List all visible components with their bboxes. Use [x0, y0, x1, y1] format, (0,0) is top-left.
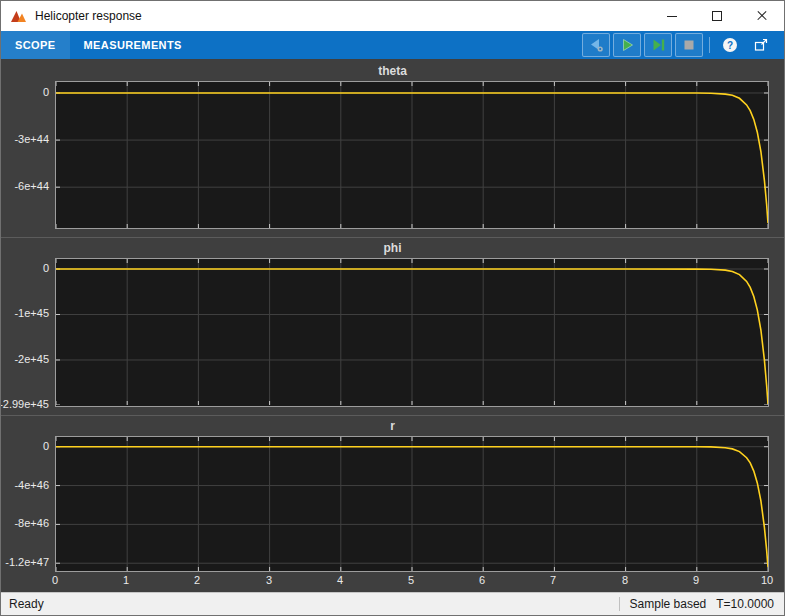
stop-icon: [681, 37, 697, 53]
stop-button[interactable]: [675, 33, 703, 57]
plot-svg: [56, 437, 768, 571]
status-bar: Ready Sample based T=10.0000: [1, 592, 784, 615]
y-tick-label: 0: [43, 86, 49, 98]
x-axis-labels: 012345678910: [55, 574, 769, 589]
status-ready: Ready: [1, 597, 44, 611]
pop-out-icon: [753, 37, 769, 53]
scope-panel-r: r 0-4e+46-8e+46-1.2e+47 012345678910: [1, 415, 784, 592]
tab-measurements[interactable]: MEASUREMENTS: [70, 31, 196, 59]
toolstrip-ribbon: SCOPE MEASUREMENTS: [1, 31, 784, 59]
close-icon: [756, 10, 768, 22]
plot-area-phi[interactable]: [55, 258, 769, 406]
minimize-button[interactable]: [649, 1, 694, 31]
plot-title-phi: phi: [1, 238, 784, 258]
step-back-icon: [588, 37, 604, 53]
status-right: Sample based T=10.0000: [619, 597, 784, 611]
y-tick-label: -6e+44: [14, 180, 49, 192]
y-tick-label: -1.2e+47: [5, 556, 49, 568]
minimize-icon: [667, 16, 677, 17]
help-button[interactable]: ?: [716, 33, 744, 57]
maximize-icon: [712, 11, 722, 21]
maximize-button[interactable]: [694, 1, 739, 31]
status-sim-time: T=10.0000: [716, 597, 774, 611]
plot-svg: [56, 259, 768, 405]
x-tick-label: 5: [408, 574, 414, 586]
x-tick-label: 8: [622, 574, 628, 586]
close-button[interactable]: [739, 1, 784, 31]
y-axis-labels-phi: 0-1e+45-2e+45-2.99e+45: [1, 258, 55, 406]
y-axis-labels-r: 0-4e+46-8e+46-1.2e+47: [1, 436, 55, 572]
y-tick-label: -1e+45: [14, 307, 49, 319]
x-tick-label: 3: [266, 574, 272, 586]
x-tick-label: 4: [337, 574, 343, 586]
title-bar: Helicopter response: [1, 1, 784, 31]
x-tick-label: 10: [761, 574, 773, 586]
y-tick-label: -3e+44: [14, 133, 49, 145]
step-forward-button[interactable]: [644, 33, 672, 57]
help-icon: ?: [722, 37, 738, 53]
status-divider: [619, 597, 620, 611]
window-controls: [649, 1, 784, 31]
x-tick-label: 0: [52, 574, 58, 586]
y-tick-label: -2e+45: [14, 353, 49, 365]
x-tick-label: 2: [194, 574, 200, 586]
toolbar-divider: [709, 37, 710, 53]
scope-panel-phi: phi 0-1e+45-2e+45-2.99e+45: [1, 237, 784, 414]
scope-panel-theta: theta 0-3e+44-6e+44: [1, 61, 784, 237]
matlab-logo-icon: [10, 9, 27, 24]
step-back-button[interactable]: [582, 33, 610, 57]
y-tick-label: 0: [43, 262, 49, 274]
playback-toolbar: ?: [582, 33, 784, 57]
y-tick-label: -8e+46: [14, 517, 49, 529]
pop-out-button[interactable]: [747, 33, 775, 57]
y-tick-label: -2.99e+45: [0, 398, 49, 410]
svg-text:?: ?: [727, 40, 733, 51]
step-forward-icon: [650, 37, 666, 53]
plot-title-theta: theta: [1, 61, 784, 81]
x-tick-label: 6: [479, 574, 485, 586]
x-tick-label: 1: [123, 574, 129, 586]
x-tick-label: 7: [550, 574, 556, 586]
x-tick-label: 9: [693, 574, 699, 586]
y-tick-label: 0: [43, 440, 49, 452]
y-tick-label: -4e+46: [14, 479, 49, 491]
plot-svg: [56, 82, 768, 228]
window-title: Helicopter response: [35, 9, 142, 23]
status-sample-mode: Sample based: [630, 597, 707, 611]
tab-scope[interactable]: SCOPE: [1, 31, 70, 59]
scope-window: Helicopter response SCOPE MEASUREMENTS: [0, 0, 785, 616]
plot-area-r[interactable]: [55, 436, 769, 572]
run-button[interactable]: [613, 33, 641, 57]
run-icon: [619, 37, 635, 53]
scope-canvas: theta 0-3e+44-6e+44 phi 0-1e+45-2e+45-2.…: [1, 59, 784, 592]
plot-title-r: r: [1, 416, 784, 436]
plot-area-theta[interactable]: [55, 81, 769, 229]
y-axis-labels-theta: 0-3e+44-6e+44: [1, 81, 55, 229]
